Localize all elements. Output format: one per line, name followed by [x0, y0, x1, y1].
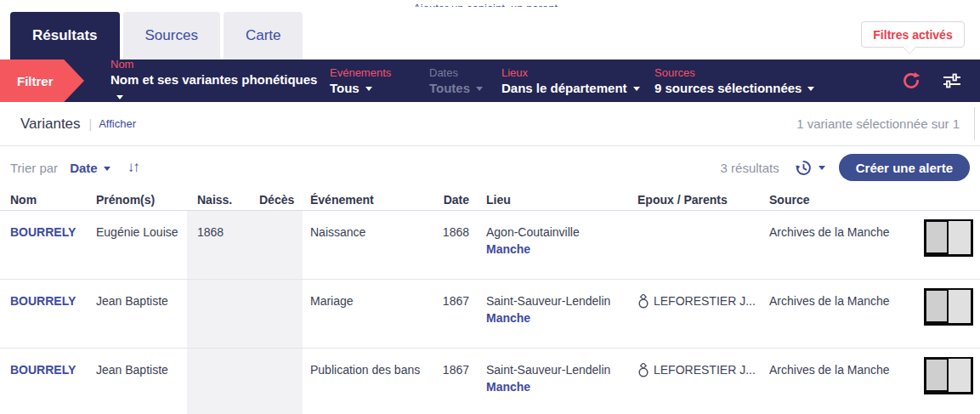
sort-by-label: Trier par	[10, 161, 58, 175]
thumbnail-cell	[922, 349, 980, 394]
place-name: Agon-Coutainville	[486, 225, 580, 239]
chevron-down-icon	[116, 95, 123, 99]
spouse-name: LEFORESTIER J...	[654, 280, 756, 309]
place-cell: Saint-Sauveur-Lendelin Manche	[469, 349, 637, 395]
event-date-cell: 1868	[425, 211, 469, 241]
event-type-cell: Naissance	[310, 211, 425, 241]
birth-year-cell	[197, 280, 259, 292]
place-cell: Agon-Coutainville Manche	[469, 211, 637, 258]
birth-year-cell: 1868	[197, 211, 259, 241]
surname-link[interactable]: BOURRELY	[10, 294, 76, 308]
record-thumbnail[interactable]	[924, 288, 973, 326]
filter-name-label: Nom	[110, 58, 330, 71]
col-header-evenement: Événement	[310, 193, 425, 207]
department-link[interactable]: Manche	[486, 241, 637, 258]
col-header-naiss: Naiss.	[197, 193, 259, 207]
record-thumbnail[interactable]	[924, 357, 973, 394]
chevron-down-icon	[365, 87, 372, 91]
filter-places-dropdown[interactable]: Lieux Dans le département	[501, 66, 654, 96]
filter-dates-label: Dates	[429, 66, 501, 80]
given-names-cell: Jean Baptiste	[96, 280, 197, 309]
table-row[interactable]: BOURRELY Jean Baptiste Publication des b…	[0, 349, 980, 414]
surname-link[interactable]: BOURRELY	[10, 225, 76, 239]
source-cell: Archives de la Manche	[769, 280, 922, 309]
filter-dates-value: Toutes	[429, 81, 470, 95]
department-link[interactable]: Manche	[486, 378, 637, 395]
filter-places-label: Lieux	[501, 66, 654, 80]
history-clock-icon	[795, 159, 813, 177]
department-link[interactable]: Manche	[486, 309, 637, 326]
col-header-prenoms: Prénom(s)	[96, 193, 197, 207]
variants-panel: Variantes | Afficher 1 variante sélectio…	[0, 102, 980, 146]
event-type-cell: Publication des bans	[310, 349, 425, 378]
death-year-cell	[259, 280, 310, 292]
variants-status: 1 variante sélectionnée sur 1	[796, 116, 960, 131]
filter-name-dropdown[interactable]: Nom Nom et ses variantes phonétiques	[110, 58, 330, 104]
chevron-down-icon	[819, 166, 825, 170]
col-header-deces: Décès	[259, 193, 310, 207]
thumbnail-cell	[922, 211, 980, 257]
sliders-icon[interactable]	[943, 71, 961, 90]
results-toolbar: Trier par Date ↓↑ 3 résultats Créer une …	[0, 146, 980, 189]
event-date-cell: 1867	[425, 280, 469, 309]
source-cell: Archives de la Manche	[769, 349, 922, 378]
scrollbar-track[interactable]	[974, 107, 975, 140]
spouse-name: LEFORESTIER J...	[654, 349, 756, 378]
given-names-cell: Jean Baptiste	[96, 349, 197, 378]
spouse-parents-cell: LEFORESTIER J...	[637, 280, 769, 309]
place-name: Saint-Sauveur-Lendelin	[486, 294, 610, 308]
col-header-epoux: Epoux / Parents	[637, 193, 769, 207]
tab-sources[interactable]: Sources	[123, 12, 220, 60]
chevron-down-icon	[807, 87, 814, 91]
place-name: Saint-Sauveur-Lendelin	[486, 363, 610, 377]
source-cell: Archives de la Manche	[769, 211, 922, 241]
filter-sources-label: Sources	[654, 66, 824, 80]
death-year-cell	[259, 349, 310, 361]
filter-name-value: Nom et ses variantes phonétiques	[110, 72, 317, 87]
col-header-lieu: Lieu	[469, 193, 637, 207]
refresh-icon[interactable]	[902, 71, 921, 90]
table-header-row: Nom Prénom(s) Naiss. Décès Événement Dat…	[0, 189, 980, 211]
record-thumbnail[interactable]	[924, 219, 973, 257]
thumbnail-cell	[922, 280, 980, 326]
wedding-ring-icon	[637, 294, 649, 309]
filter-events-dropdown[interactable]: Evénements Tous	[330, 66, 429, 96]
show-variants-link[interactable]: Afficher	[99, 117, 136, 130]
sort-arrows-icon[interactable]: ↓↑	[127, 159, 139, 176]
tab-results[interactable]: Résultats	[10, 12, 120, 60]
search-history-dropdown[interactable]	[795, 159, 825, 177]
birth-year-cell	[197, 349, 259, 361]
create-alert-button[interactable]: Créer une alerte	[839, 154, 970, 181]
sort-field-dropdown[interactable]: Date	[70, 161, 110, 175]
filter-sources-dropdown[interactable]: Sources 9 sources sélectionnées	[654, 66, 824, 96]
given-names-cell: Eugénie Louise	[96, 211, 197, 241]
filter-sources-value: 9 sources sélectionnées	[654, 81, 802, 95]
filter-ribbon[interactable]: Filtrer	[0, 60, 84, 102]
filter-places-value: Dans le département	[501, 81, 627, 95]
tab-map[interactable]: Carte	[224, 12, 303, 60]
results-count: 3 résultats	[721, 161, 779, 175]
event-date-cell: 1867	[425, 349, 469, 378]
filter-dates-dropdown: Dates Toutes	[429, 66, 501, 96]
col-header-date: Date	[425, 193, 469, 207]
top-cutoff-strip: Ajouter un conjoint, un parent...	[0, 0, 980, 7]
col-header-source: Source	[769, 193, 922, 207]
wedding-ring-icon	[637, 363, 649, 377]
place-cell: Saint-Sauveur-Lendelin Manche	[469, 280, 637, 326]
table-row[interactable]: BOURRELY Eugénie Louise 1868 Naissance 1…	[0, 211, 980, 280]
results-table: Nom Prénom(s) Naiss. Décès Événement Dat…	[0, 189, 980, 414]
separator: |	[89, 117, 93, 131]
tabs-row: Résultats Sources Carte Filtres activés	[0, 7, 980, 60]
table-row[interactable]: BOURRELY Jean Baptiste Mariage 1867 Sain…	[0, 280, 980, 349]
filter-events-label: Evénements	[330, 66, 429, 80]
chevron-down-icon	[476, 87, 483, 91]
table-body: BOURRELY Eugénie Louise 1868 Naissance 1…	[0, 211, 980, 414]
variants-title: Variantes	[20, 116, 81, 133]
spouse-parents-cell: LEFORESTIER J...	[637, 349, 769, 378]
filter-events-value: Tous	[330, 81, 360, 95]
chevron-down-icon	[104, 167, 110, 171]
filters-active-tooltip: Filtres activés	[861, 21, 965, 48]
spouse-parents-cell	[637, 211, 769, 224]
death-year-cell	[259, 211, 310, 224]
surname-link[interactable]: BOURRELY	[10, 363, 76, 377]
